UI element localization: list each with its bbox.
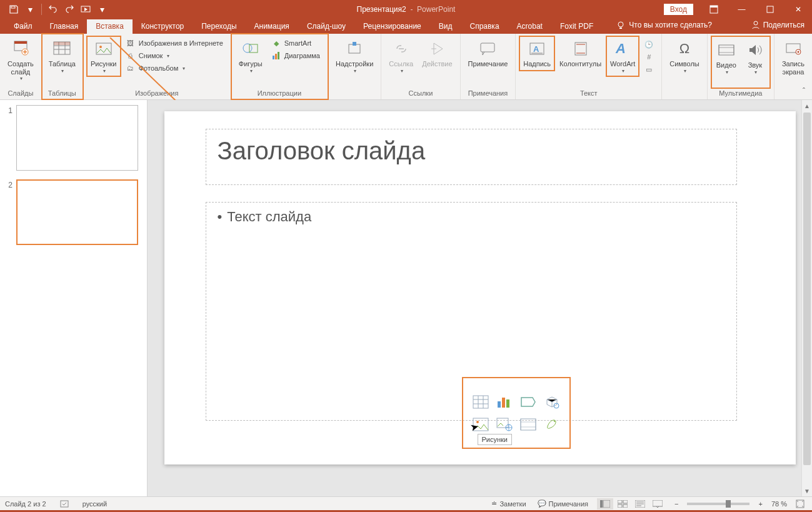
sign-in-button[interactable]: Вход [664, 4, 693, 15]
normal-view-icon[interactable] [597, 498, 613, 509]
tab-animations[interactable]: Анимация [246, 19, 298, 34]
online-pictures-button[interactable]: 🖼Изображения в Интернете [124, 38, 224, 49]
maximize-icon[interactable] [756, 0, 784, 19]
svg-point-5 [618, 22, 623, 27]
tab-review[interactable]: Рецензирование [354, 19, 430, 34]
sorter-view-icon[interactable] [614, 498, 631, 509]
scroll-down-icon[interactable]: ▼ [802, 485, 812, 496]
svg-rect-19 [349, 44, 360, 53]
headerfooter-button[interactable]: Колонтитулы [556, 36, 605, 71]
addins-button[interactable]: Надстройки▾ [332, 36, 377, 76]
tab-help[interactable]: Справка [461, 19, 508, 34]
title-bar: ▾ ▾ Презентация2 - PowerPoint Вход — ✕ [0, 0, 812, 19]
table-button[interactable]: Таблица▾ [46, 36, 79, 76]
album-icon: 🗂 [126, 63, 136, 73]
scroll-thumb[interactable] [803, 113, 811, 465]
symbols-button[interactable]: Ω Символы▾ [666, 36, 703, 76]
content-placeholder[interactable]: •Текст слайда ➤ Р [206, 202, 737, 421]
save-icon[interactable] [6, 2, 21, 17]
insert-online-picture-icon[interactable] [495, 416, 514, 433]
slide-canvas[interactable]: Заголовок слайда •Текст слайда [164, 111, 796, 464]
tab-foxit[interactable]: Foxit PDF [551, 19, 602, 34]
svg-text:A: A [615, 41, 626, 56]
group-links: Ссылка▾ Действие Ссылки [381, 34, 460, 99]
pictures-icon [94, 39, 114, 59]
object-button[interactable]: ▭ [643, 64, 655, 75]
fit-to-window-icon[interactable] [793, 499, 807, 508]
zoom-out-button[interactable]: − [672, 500, 681, 508]
screenshot-button[interactable]: ⎙Снимок▾ [124, 50, 224, 61]
close-icon[interactable]: ✕ [784, 0, 812, 19]
status-slide-info: Слайд 2 из 2 [5, 500, 46, 508]
textbox-button[interactable]: A Надпись [519, 36, 554, 71]
shapes-icon [241, 39, 261, 59]
slideshow-view-icon[interactable] [649, 498, 666, 509]
comment-button[interactable]: Примечание [464, 36, 512, 71]
thumbnail-slide-1[interactable] [16, 105, 138, 171]
smartart-button[interactable]: ◆SmartArt [270, 38, 321, 49]
scroll-up-icon[interactable]: ▲ [802, 100, 812, 111]
tab-slideshow[interactable]: Слайд-шоу [298, 19, 354, 34]
thumb-2[interactable]: 2 [3, 179, 144, 245]
audio-button[interactable]: Звук▾ [741, 38, 769, 78]
group-tables-label: Таблицы [46, 88, 79, 98]
spellcheck-icon[interactable] [58, 499, 71, 508]
tab-transitions[interactable]: Переходы [193, 19, 245, 34]
qat-customize-icon[interactable]: ▾ [94, 2, 109, 17]
minimize-icon[interactable]: — [728, 0, 756, 19]
pictures-button[interactable]: Рисунки▾ [87, 36, 121, 76]
tab-home[interactable]: Главная [41, 19, 88, 34]
share-button[interactable]: Поделиться [751, 21, 804, 29]
shapes-button[interactable]: Фигуры▾ [235, 36, 266, 76]
photo-album-button[interactable]: 🗂Фотоальбом▾ [124, 63, 224, 74]
undo-icon[interactable] [46, 2, 61, 17]
svg-rect-32 [498, 401, 501, 408]
redo-icon[interactable] [62, 2, 77, 17]
slide-number-button[interactable]: # [643, 51, 655, 63]
thumbnail-slide-2[interactable] [16, 179, 138, 245]
smartart-icon: ◆ [271, 38, 281, 48]
vertical-scrollbar[interactable]: ▲ ▼ [801, 100, 812, 496]
zoom-handle[interactable] [726, 500, 731, 508]
tab-design[interactable]: Конструктор [133, 19, 193, 34]
zoom-level[interactable]: 78 % [771, 500, 787, 508]
notes-button[interactable]: ≐Заметки [489, 499, 528, 508]
reading-view-icon[interactable] [632, 498, 648, 509]
tab-acrobat[interactable]: Acrobat [508, 19, 551, 34]
qat-dropdown-icon[interactable]: ▾ [23, 2, 38, 17]
collapse-ribbon-icon[interactable]: ˆ [798, 86, 809, 97]
svg-rect-42 [61, 501, 68, 507]
screenshot-icon: ⎙ [126, 51, 136, 61]
group-images-label: Изображения [87, 88, 227, 98]
zoom-in-button[interactable]: + [756, 500, 764, 508]
tab-file[interactable]: Файл [5, 19, 41, 34]
date-time-button[interactable]: 🕒 [643, 39, 655, 50]
video-button[interactable]: Видео▾ [713, 38, 740, 78]
ribbon-tabs: Файл Главная Вставка Конструктор Переход… [0, 19, 812, 34]
tab-insert[interactable]: Вставка [87, 19, 133, 34]
insert-icon-icon[interactable] [543, 416, 561, 433]
status-language[interactable]: русский [83, 500, 107, 508]
title-placeholder[interactable]: Заголовок слайда [206, 129, 737, 185]
svg-rect-44 [603, 500, 610, 508]
group-addins: Надстройки▾ [328, 34, 381, 99]
svg-rect-43 [600, 500, 603, 508]
new-slide-button[interactable]: Создать слайд▾ [4, 36, 38, 84]
svg-rect-21 [481, 43, 494, 52]
insert-3d-icon[interactable] [543, 393, 561, 411]
start-slideshow-icon[interactable] [78, 2, 93, 17]
action-icon [427, 39, 447, 59]
thumb-1[interactable]: 1 [3, 105, 144, 171]
insert-table-icon[interactable] [471, 393, 490, 411]
zoom-slider[interactable] [687, 503, 749, 505]
chart-button[interactable]: Диаграмма [270, 50, 321, 61]
screen-recording-button[interactable]: Запись экрана [778, 36, 808, 78]
insert-chart-icon[interactable] [495, 393, 514, 411]
tab-view[interactable]: Вид [430, 19, 461, 34]
insert-video-icon[interactable] [519, 416, 538, 433]
comments-pane-button[interactable]: 💬Примечания [535, 499, 591, 508]
tell-me[interactable]: Что вы хотите сделать? [616, 21, 712, 29]
wordart-button[interactable]: A WordArt▾ [606, 36, 639, 76]
insert-smartart-icon[interactable] [519, 393, 538, 411]
ribbon-display-options-icon[interactable] [699, 0, 728, 19]
